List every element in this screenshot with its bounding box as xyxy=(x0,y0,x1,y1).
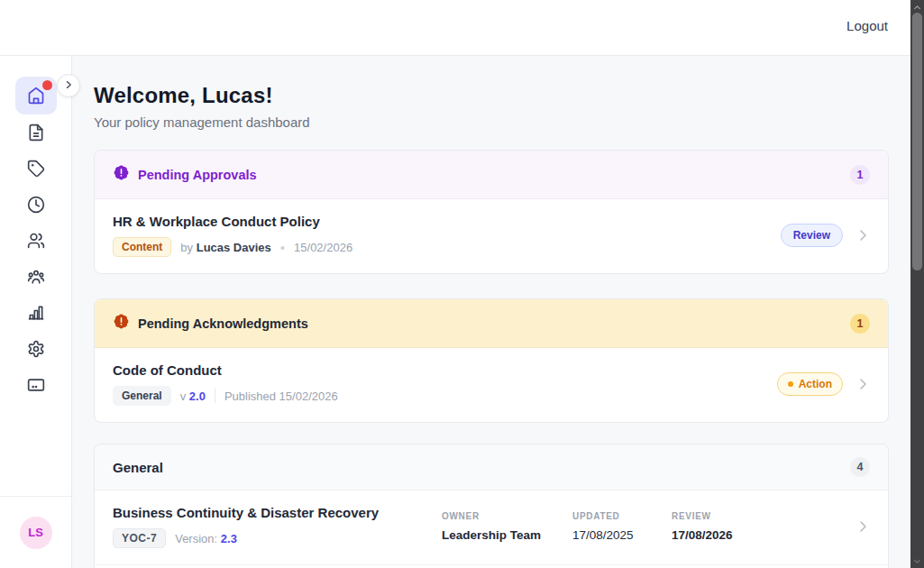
updated-label: UPDATED xyxy=(572,511,672,521)
document-icon xyxy=(27,124,45,142)
approval-item-title: HR & Workplace Conduct Policy xyxy=(113,214,781,229)
pending-approvals-header: Pending Approvals 1 xyxy=(95,151,888,199)
scrollbar-thumb[interactable] xyxy=(912,13,922,270)
page-subtitle: Your policy management dashboard xyxy=(94,115,889,130)
review-label: REVIEW xyxy=(672,511,798,521)
scroll-down-icon[interactable] xyxy=(910,554,924,567)
sidebar-expand-button[interactable] xyxy=(57,74,80,97)
approval-item-date: 15/02/2026 xyxy=(294,241,352,254)
chevron-right-icon xyxy=(855,519,870,534)
general-section-card: General 4 Business Continuity & Disaster… xyxy=(94,444,889,568)
policy-title: Business Continuity & Disaster Recovery xyxy=(113,505,442,520)
sidebar-item-tags[interactable] xyxy=(15,151,57,187)
general-section-title: General xyxy=(113,460,163,475)
owner-label: OWNER xyxy=(442,511,572,521)
scroll-up-icon[interactable] xyxy=(910,1,924,14)
pending-acknowledgments-count: 1 xyxy=(850,314,870,334)
general-section-count: 4 xyxy=(850,457,870,477)
badge-alert-icon xyxy=(113,313,130,334)
logout-button[interactable]: Logout xyxy=(846,18,888,33)
version-text: v 2.0 xyxy=(180,389,206,403)
acknowledgment-item-title: Code of Conduct xyxy=(113,362,777,378)
main-content: Welcome, Lucas! Your policy management d… xyxy=(72,56,910,568)
review-value: 17/08/2026 xyxy=(672,528,798,542)
team-icon xyxy=(27,268,45,286)
separator xyxy=(215,389,215,403)
badge-alert-icon xyxy=(113,164,130,185)
pending-approvals-card: Pending Approvals 1 HR & Workplace Condu… xyxy=(94,150,889,274)
review-button[interactable]: Review xyxy=(781,224,843,247)
category-tag: General xyxy=(113,386,171,406)
approval-item-meta: Content by Lucas Davies • 15/02/2026 xyxy=(113,237,781,257)
tag-icon xyxy=(27,160,45,178)
scrollbar[interactable] xyxy=(910,0,924,568)
chevron-right-icon xyxy=(855,228,870,243)
sidebar-item-teams[interactable] xyxy=(15,259,57,295)
policy-row[interactable]: Code of Conduct YOC-3 Version: 2.0 OWNER… xyxy=(95,564,888,568)
author-text: by Lucas Davies xyxy=(180,241,270,254)
general-section-header: General 4 xyxy=(95,444,888,490)
pending-acknowledgments-card: Pending Acknowledgments 1 Code of Conduc… xyxy=(94,298,889,423)
gear-icon xyxy=(27,340,45,358)
pending-acknowledgments-title: Pending Acknowledgments xyxy=(138,316,308,331)
avatar[interactable]: LS xyxy=(20,517,52,549)
pending-approvals-count: 1 xyxy=(850,165,870,185)
pending-acknowledgments-header: Pending Acknowledgments 1 xyxy=(95,299,888,348)
review-column: REVIEW 17/08/2026 xyxy=(672,511,798,542)
status-dot xyxy=(788,381,793,387)
acknowledgment-item-meta: General v 2.0 Published 15/02/2026 xyxy=(113,386,777,406)
sidebar: LS xyxy=(0,56,72,568)
clock-icon xyxy=(27,196,45,214)
version-text: Version: 2.3 xyxy=(175,532,237,545)
sidebar-item-reports[interactable] xyxy=(15,295,57,331)
sidebar-item-users[interactable] xyxy=(15,223,57,259)
acknowledgment-item-info: Code of Conduct General v 2.0 Published … xyxy=(113,362,777,406)
policy-meta: YOC-7 Version: 2.3 xyxy=(113,528,442,548)
users-icon xyxy=(27,232,45,250)
updated-column: UPDATED 17/08/2025 xyxy=(572,511,672,542)
credit-card-icon xyxy=(27,376,45,394)
sidebar-item-documents[interactable] xyxy=(15,115,57,151)
owner-column: OWNER Leadership Team xyxy=(442,511,572,542)
sidebar-item-settings[interactable] xyxy=(15,331,57,367)
sidebar-item-billing[interactable] xyxy=(15,367,57,403)
sidebar-item-history[interactable] xyxy=(15,187,57,223)
chevron-right-icon xyxy=(63,78,74,94)
sidebar-footer: LS xyxy=(0,496,71,568)
home-icon xyxy=(27,87,45,105)
approval-item-row[interactable]: HR & Workplace Conduct Policy Content by… xyxy=(95,199,888,273)
policy-row[interactable]: Business Continuity & Disaster Recovery … xyxy=(95,490,888,564)
action-badge: Action xyxy=(777,372,843,396)
updated-value: 17/08/2025 xyxy=(572,528,672,542)
bar-chart-icon xyxy=(27,304,45,322)
policy-code-tag: YOC-7 xyxy=(113,528,166,548)
sidebar-item-home[interactable] xyxy=(15,77,57,115)
approval-item-info: HR & Workplace Conduct Policy Content by… xyxy=(113,214,781,257)
top-bar: Logout xyxy=(0,0,910,56)
dot-separator: • xyxy=(280,240,285,255)
pending-approvals-title: Pending Approvals xyxy=(138,168,257,182)
category-tag: Content xyxy=(113,237,171,257)
acknowledgment-item-row[interactable]: Code of Conduct General v 2.0 Published … xyxy=(95,348,888,422)
published-date: Published 15/02/2026 xyxy=(224,389,338,403)
notification-dot xyxy=(42,80,52,90)
page-title: Welcome, Lucas! xyxy=(94,83,889,108)
policy-info: Business Continuity & Disaster Recovery … xyxy=(113,505,442,548)
sidebar-nav xyxy=(0,56,71,403)
owner-value: Leadership Team xyxy=(442,528,572,542)
chevron-right-icon xyxy=(855,377,870,391)
